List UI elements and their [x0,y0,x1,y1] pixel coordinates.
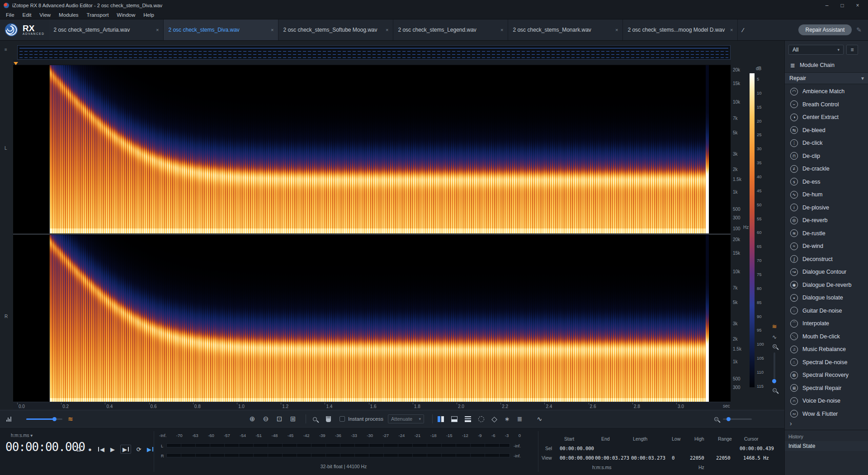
zoom-fit-icon[interactable]: ⊞ [286,415,300,423]
menu-item[interactable]: Transport [83,12,113,18]
vertical-scrollbar-knob[interactable] [772,379,776,383]
module-item-voice-de-noise[interactable]: ∩ Voice De-noise [785,394,868,408]
file-overview[interactable] [17,45,731,60]
menu-item[interactable]: Modules [55,12,82,18]
monitor-button[interactable]: Ω [75,445,82,454]
module-item-de-click[interactable]: ⋮ De-click [785,137,868,150]
document-tab[interactable]: 2 osc check_stems_Monark.wav × [508,19,623,40]
module-item-wow-flutter[interactable]: ∾ Wow & Flutter [785,408,868,421]
module-item-spectral-repair[interactable]: ⊞ Spectral Repair [785,382,868,395]
harmonic-lines-tool-icon[interactable]: ≣ [517,415,523,423]
module-item-dialogue-de-reverb[interactable]: ◉ Dialogue De-reverb [785,279,868,292]
play-selection-button[interactable]: ▶ [146,445,154,454]
history-item-initial-state[interactable]: Initial State [785,441,868,451]
horizontal-zoom-slider-knob[interactable] [726,417,731,421]
maximize-button[interactable]: □ [835,2,849,9]
document-tab[interactable]: 2 osc check_stems_Softube Moog.wav × [278,19,393,40]
brush-selection-tool-icon[interactable] [491,417,497,423]
module-item-ambience-match[interactable]: ◠ Ambience Match [785,85,868,98]
tab-overflow-icon[interactable]: ∕∕∕ [738,27,747,33]
module-item-de-wind[interactable]: ≈ De-wind [785,240,868,253]
module-item-spectral-recovery[interactable]: ◍ Spectral Recovery [785,369,868,382]
repair-assistant-button[interactable]: Repair Assistant [798,24,852,35]
pencil-icon[interactable]: ✎ [856,26,862,33]
spectrogram-emphasis-icon[interactable]: ≋ [68,415,73,423]
time-ruler[interactable]: 0.00.20.40.60.81.01.21.41.61.82.02.22.42… [13,402,731,410]
module-chain-item[interactable]: ≣ Module Chain [785,59,868,71]
skip-to-end-button[interactable]: ▶ [120,445,131,454]
hand-tool-icon[interactable] [326,416,331,422]
spectrogram-blend-icon[interactable]: ≋ [772,323,777,330]
tab-close-icon[interactable]: × [730,27,733,33]
waveform-spectrogram-balance-icon[interactable] [6,416,11,422]
time-selection-tool-icon[interactable] [438,416,444,422]
zoom-in-icon[interactable]: ⊕ [245,415,259,423]
menu-item[interactable]: Help [139,12,158,18]
module-item-deconstruct[interactable]: ∫ Deconstruct [785,253,868,266]
module-item-center-extract[interactable]: ◑ Center Extract [785,111,868,124]
more-modules-button[interactable]: › [790,420,792,427]
menu-item[interactable]: Edit [19,12,36,18]
frequency-selection-tool-icon[interactable] [465,416,471,422]
document-tab[interactable]: 2 osc check_stems_Arturia.wav × [49,19,164,40]
module-item-de-plosive[interactable]: ≀ De-plosive [785,201,868,214]
vertical-scrollbar[interactable] [774,352,775,384]
document-tab[interactable]: 2 osc check_stems_Diva.wav × [164,19,278,40]
menu-item[interactable]: View [35,12,55,18]
module-item-interpolate[interactable]: ⌒ Interpolate [785,317,868,330]
minimize-button[interactable]: – [820,2,834,9]
module-filter-select[interactable]: All ▾ [788,45,844,55]
zoom-to-selection-icon[interactable]: ⊡ [273,415,286,423]
display-blend-slider-knob[interactable] [52,417,57,421]
module-item-de-ess[interactable]: s De-ess [785,176,868,189]
module-item-dialogue-isolate[interactable]: ◒ Dialogue Isolate [785,291,868,304]
close-button[interactable]: × [851,2,864,9]
module-item-de-reverb[interactable]: ◎ De-reverb [785,214,868,227]
time-frequency-selection-tool-icon[interactable] [451,416,458,422]
loop-button[interactable]: ⟳ [135,445,142,454]
playhead-marker-icon[interactable] [14,62,18,65]
magnifier-tool-icon[interactable] [313,417,317,421]
tab-close-icon[interactable]: × [271,27,274,33]
category-header[interactable]: Repair ▾ [785,72,868,84]
module-item-music-rebalance[interactable]: ♫ Music Rebalance [785,343,868,356]
document-tab[interactable]: 2 osc check_stems...moog Model D.wav × [623,19,738,40]
module-item-de-bleed[interactable]: ⇆ De-bleed [785,124,868,137]
module-item-breath-control[interactable]: ⌣ Breath Control [785,98,868,111]
menu-item[interactable]: Window [113,12,139,18]
module-item-de-rustle[interactable]: ≋ De-rustle [785,227,868,240]
tab-close-icon[interactable]: × [386,27,388,33]
sidebar-menu-button[interactable]: ≡ [846,45,858,55]
tab-close-icon[interactable]: × [156,27,159,33]
marker-strip[interactable] [13,60,731,65]
module-item-de-clip[interactable]: ⊓ De-clip [785,150,868,163]
spectrogram-options-icon[interactable]: ≡ [5,47,7,52]
module-item-mouth-de-click[interactable]: ⋱ Mouth De-click [785,330,868,343]
time-format-select[interactable]: h:m:s.ms ▾ [11,433,33,438]
spectrogram-left-channel[interactable] [13,65,731,233]
curve-tool-icon[interactable]: ∿ [537,415,542,423]
document-tab[interactable]: 2 osc check_stems_Legend.wav × [393,19,508,40]
tab-close-icon[interactable]: × [615,27,618,33]
lasso-selection-tool-icon[interactable] [478,416,484,422]
play-button[interactable]: ▶ [109,445,116,454]
horizontal-zoom-out-icon[interactable]: − [714,417,718,421]
skip-to-start-button[interactable]: ◀ [98,445,105,454]
module-item-guitar-de-noise[interactable]: ◌ Guitar De-noise [785,304,868,318]
zoom-out-icon[interactable]: ⊖ [259,415,273,423]
attenuate-select[interactable]: Attenuate ▾ [388,414,424,423]
menu-item[interactable]: File [2,12,19,18]
tab-close-icon[interactable]: × [500,27,503,33]
magic-wand-tool-icon[interactable]: ∗ [505,415,510,423]
spectrogram-right-channel[interactable] [13,235,731,402]
horizontal-zoom-slider[interactable] [723,418,752,420]
module-item-dialogue-contour[interactable]: ↝ Dialogue Contour [785,266,868,279]
vertical-zoom-out-icon[interactable]: − [773,388,777,392]
instant-process-checkbox[interactable] [340,416,345,422]
record-button[interactable]: ● [86,445,94,454]
vertical-zoom-in-icon[interactable]: + [773,344,777,348]
module-item-de-hum[interactable]: ∿ De-hum [785,188,868,201]
display-blend-slider[interactable] [26,418,62,420]
module-item-spectral-de-noise[interactable]: ∴ Spectral De-noise [785,356,868,369]
module-item-de-crackle[interactable]: ≠ De-crackle [785,162,868,176]
